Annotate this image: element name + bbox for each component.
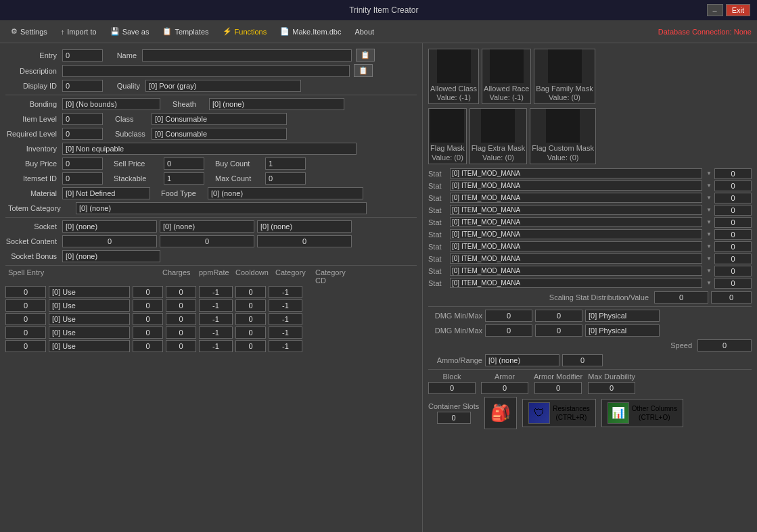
description-input[interactable] (62, 65, 350, 77)
spell-catcd-input-1[interactable] (269, 299, 302, 312)
spell-cooldown-input-1[interactable] (199, 299, 233, 312)
spell-category-input-2[interactable] (235, 313, 266, 325)
spell-ppm-input-4[interactable] (166, 340, 196, 352)
display-id-input[interactable] (62, 80, 103, 92)
stat-select-0[interactable]: [0] ITEM_MOD_MANA (450, 168, 702, 178)
close-button[interactable]: Exit (726, 4, 750, 16)
dmg1-min-input[interactable] (485, 310, 532, 322)
material-select[interactable]: [0] Not Defined (62, 187, 150, 199)
quality-select[interactable]: [0] Poor (gray) (145, 80, 301, 92)
max-dur-input[interactable] (588, 382, 635, 394)
spell-category-input-0[interactable] (235, 286, 266, 298)
allowed-class-box[interactable]: Allowed Class Value: (-1) (428, 49, 479, 104)
armor-mod-input[interactable] (534, 382, 582, 394)
stat-value-input-9[interactable] (714, 278, 752, 289)
scaling-stat-dist-input[interactable] (654, 291, 708, 304)
stat-value-input-4[interactable] (714, 217, 752, 228)
spell-entry-input-1[interactable] (5, 299, 46, 312)
spell-use-select-2[interactable]: [0] Use (49, 313, 130, 325)
spell-catcd-input-3[interactable] (269, 327, 302, 339)
dmg2-min-input[interactable] (485, 324, 532, 337)
stat-select-3[interactable]: [0] ITEM_MOD_MANA (450, 205, 702, 215)
socket-content3-input[interactable] (257, 235, 352, 247)
spell-charges-input-1[interactable] (133, 299, 163, 312)
stat-value-input-1[interactable] (714, 180, 752, 191)
resistances-button[interactable]: 🛡 Resistances(CTRL+R) (522, 399, 595, 427)
stat-select-9[interactable]: [0] ITEM_MOD_MANA (450, 278, 702, 288)
stat-select-8[interactable]: [0] ITEM_MOD_MANA (450, 266, 702, 276)
stat-select-5[interactable]: [0] ITEM_MOD_MANA (450, 229, 702, 239)
spell-category-input-4[interactable] (235, 340, 266, 352)
food-type-select[interactable]: [0] (none) (208, 187, 363, 199)
spell-ppm-input-0[interactable] (166, 286, 196, 298)
spell-category-input-3[interactable] (235, 327, 266, 339)
make-item-dbc-menu[interactable]: 📄 Make.Item.dbc (275, 24, 346, 39)
settings-menu[interactable]: ⚙ Settings (5, 24, 53, 39)
socket-bonus-select[interactable]: [0] (none) (62, 250, 160, 262)
stat-value-input-7[interactable] (714, 253, 752, 264)
spell-charges-input-0[interactable] (133, 286, 163, 298)
max-count-input[interactable] (265, 172, 306, 185)
stat-value-input-2[interactable] (714, 193, 752, 203)
dmg2-max-input[interactable] (535, 324, 582, 337)
stat-select-2[interactable]: [0] ITEM_MOD_MANA (450, 193, 702, 203)
stat-value-input-3[interactable] (714, 205, 752, 216)
spell-category-input-1[interactable] (235, 299, 266, 312)
buy-count-input[interactable] (265, 158, 306, 170)
minimize-button[interactable]: – (707, 4, 723, 16)
stat-select-7[interactable]: [0] ITEM_MOD_MANA (450, 253, 702, 264)
dmg1-type-select[interactable]: [0] Physical (585, 310, 660, 322)
flag-extra-mask-box[interactable]: Flag Extra Mask Value: (0) (469, 108, 527, 164)
subclass-select[interactable]: [0] Consumable (152, 128, 287, 140)
socket-content1-input[interactable] (62, 235, 157, 247)
stackable-input[interactable] (164, 172, 204, 185)
ammo-range-select[interactable]: [0] (none) (485, 354, 559, 366)
spell-cooldown-input-4[interactable] (199, 340, 233, 352)
stat-value-input-5[interactable] (714, 229, 752, 240)
spell-charges-input-3[interactable] (133, 327, 163, 339)
spell-entry-input-4[interactable] (5, 340, 46, 352)
scaling-stat-value-input[interactable] (711, 291, 752, 304)
entry-input[interactable] (62, 49, 103, 62)
spell-use-select-4[interactable]: [0] Use (49, 340, 130, 352)
required-level-input[interactable] (62, 128, 103, 140)
spell-ppm-input-1[interactable] (166, 299, 196, 312)
inventory-select[interactable]: [0] Non equipable (62, 143, 357, 155)
spell-catcd-input-2[interactable] (269, 313, 302, 325)
spell-use-select-1[interactable]: [0] Use (49, 299, 130, 312)
allowed-race-box[interactable]: Allowed Race Value: (-1) (482, 49, 531, 104)
about-menu[interactable]: About (349, 25, 380, 39)
stat-select-4[interactable]: [0] ITEM_MOD_MANA (450, 217, 702, 227)
bag-family-mask-box[interactable]: Bag Family Mask Value: (0) (534, 49, 595, 104)
bonding-select[interactable]: [0] (No bounds) (62, 98, 160, 110)
spell-cooldown-input-0[interactable] (199, 286, 233, 298)
spell-cooldown-input-2[interactable] (199, 313, 233, 325)
flag-mask-box[interactable]: Flag Mask Value: (0) (428, 108, 467, 164)
save-as-menu[interactable]: 💾 Save as (105, 24, 155, 39)
other-columns-button[interactable]: 📊 Other Columns(CTRL+O) (601, 399, 683, 427)
spell-catcd-input-4[interactable] (269, 340, 302, 352)
spell-entry-input-3[interactable] (5, 327, 46, 339)
speed-input[interactable] (697, 339, 752, 352)
dmg1-max-input[interactable] (535, 310, 582, 322)
stat-value-input-8[interactable] (714, 266, 752, 276)
import-to-menu[interactable]: ↑ Import to (55, 25, 102, 39)
spell-cooldown-input-3[interactable] (199, 327, 233, 339)
totem-category-select[interactable]: [0] (none) (76, 202, 367, 214)
socket2-select[interactable]: [0] (none) (160, 220, 254, 233)
spell-catcd-input-0[interactable] (269, 286, 302, 298)
spell-ppm-input-3[interactable] (166, 327, 196, 339)
class-select[interactable]: [0] Consumable (152, 113, 287, 125)
sheath-select[interactable]: [0] (none) (209, 98, 344, 110)
spell-entry-input-2[interactable] (5, 313, 46, 325)
item-level-input[interactable] (62, 113, 103, 125)
spell-entry-input-0[interactable] (5, 286, 46, 298)
desc-helper-button[interactable]: 📋 (354, 64, 373, 77)
socket1-select[interactable]: [0] (none) (62, 220, 157, 233)
armor-input[interactable] (481, 382, 528, 394)
socket-content2-input[interactable] (160, 235, 254, 247)
itemset-id-input[interactable] (62, 172, 103, 185)
socket3-select[interactable]: [0] (none) (257, 220, 352, 233)
spell-use-select-0[interactable]: [0] Use (49, 286, 130, 298)
spell-charges-input-2[interactable] (133, 313, 163, 325)
